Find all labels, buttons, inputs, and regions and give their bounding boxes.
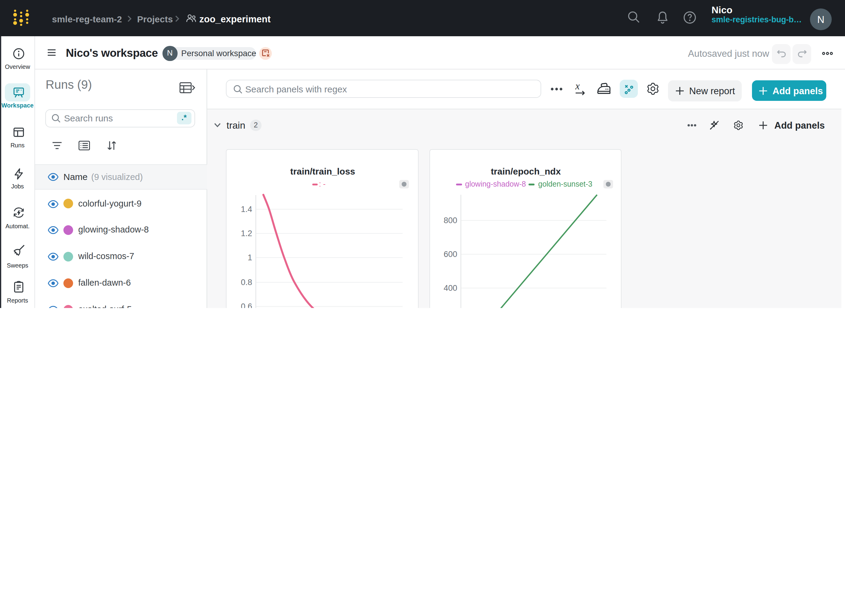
svg-text:1.4: 1.4: [241, 204, 252, 214]
svg-text:1.2: 1.2: [241, 229, 252, 238]
svg-text:0.6: 0.6: [241, 302, 252, 308]
svg-text:800: 800: [443, 216, 457, 224]
svg-text:x: x: [575, 82, 580, 91]
svg-text:0.8: 0.8: [241, 277, 252, 287]
svg-text:1: 1: [247, 253, 252, 262]
svg-text:400: 400: [443, 283, 457, 292]
svg-text:600: 600: [443, 249, 457, 258]
